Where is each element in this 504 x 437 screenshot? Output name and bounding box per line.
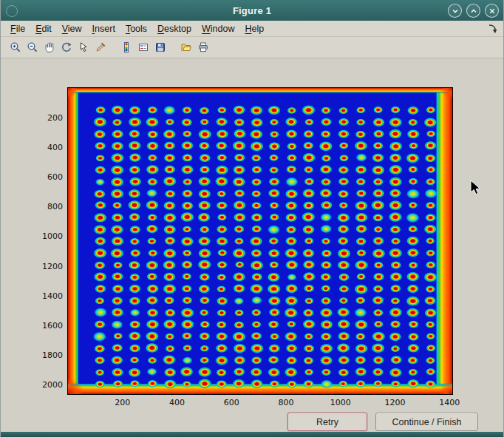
toolbar-group xyxy=(118,39,168,55)
menu-tools[interactable]: Tools xyxy=(120,22,152,35)
figure-window: Figure 1 FileEditViewInsertToolsDesktopW… xyxy=(0,0,504,437)
y-tick-label: 1800 xyxy=(42,350,63,359)
legend-icon[interactable] xyxy=(134,39,151,55)
rotate-3d-icon[interactable] xyxy=(58,39,75,55)
y-tick-label: 600 xyxy=(47,172,63,182)
figure-canvas-area: 2004006008001000120014002004006008001000… xyxy=(1,58,503,432)
figure-toolbar xyxy=(1,37,503,58)
x-tick-label: 400 xyxy=(169,398,185,407)
x-tick-label: 600 xyxy=(224,398,239,407)
print-icon[interactable] xyxy=(194,39,211,55)
window-bottom-border xyxy=(1,432,503,437)
window-menu-icon[interactable] xyxy=(6,5,18,17)
continue-finish-button[interactable]: Continue / Finish xyxy=(375,413,478,431)
toolbar-group xyxy=(7,39,109,55)
colorbar-icon[interactable] xyxy=(118,39,134,55)
y-tick-label: 800 xyxy=(47,202,63,211)
menu-help[interactable]: Help xyxy=(239,22,269,35)
close-button[interactable] xyxy=(485,4,499,18)
pan-icon[interactable] xyxy=(41,39,58,55)
brush-icon[interactable] xyxy=(92,39,109,55)
x-tick-label: 200 xyxy=(115,398,130,407)
title-bar[interactable]: Figure 1 xyxy=(1,0,503,21)
retry-button[interactable]: Retry xyxy=(287,413,367,431)
dock-figure-icon[interactable] xyxy=(487,23,497,38)
x-tick-label: 1200 xyxy=(385,398,406,407)
data-cursor-icon[interactable] xyxy=(75,39,92,55)
y-tick-label: 1600 xyxy=(42,320,63,330)
menu-edit[interactable]: Edit xyxy=(30,22,57,35)
x-tick-label: 1400 xyxy=(439,398,460,407)
heatmap-image[interactable] xyxy=(68,88,452,394)
open-icon[interactable] xyxy=(177,39,194,55)
save-icon[interactable] xyxy=(151,39,168,55)
x-tick-label: 800 xyxy=(279,398,294,407)
menu-insert[interactable]: Insert xyxy=(87,22,120,35)
menu-file[interactable]: File xyxy=(5,22,30,35)
y-tick-label: 1000 xyxy=(42,231,63,241)
menu-bar: FileEditViewInsertToolsDesktopWindowHelp xyxy=(1,21,503,37)
window-title: Figure 1 xyxy=(1,5,503,16)
y-tick-label: 400 xyxy=(47,143,63,152)
zoom-out-icon[interactable] xyxy=(24,39,41,55)
window-controls xyxy=(448,4,499,18)
maximize-button[interactable] xyxy=(466,4,480,18)
y-tick-label: 1200 xyxy=(42,261,63,271)
menu-desktop[interactable]: Desktop xyxy=(152,22,197,35)
minimize-button[interactable] xyxy=(448,4,462,18)
menu-window[interactable]: Window xyxy=(197,22,239,35)
y-tick-label: 200 xyxy=(47,113,63,123)
menu-view[interactable]: View xyxy=(57,22,87,35)
toolbar-group xyxy=(177,39,211,55)
axes[interactable]: 2004006008001000120014002004006008001000… xyxy=(67,87,453,395)
y-tick-label: 2000 xyxy=(42,379,63,389)
zoom-in-icon[interactable] xyxy=(7,39,24,55)
y-tick-label: 1400 xyxy=(42,291,63,300)
x-tick-label: 1000 xyxy=(330,398,351,407)
